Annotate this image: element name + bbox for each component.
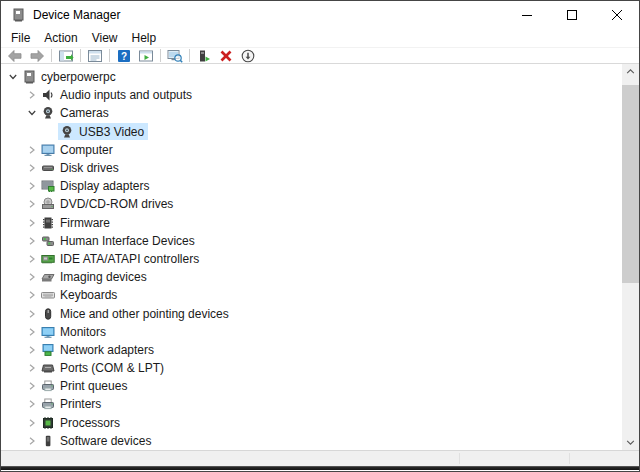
menu-view[interactable]: View: [85, 29, 125, 47]
tree-item-label: IDE ATA/ATAPI controllers: [60, 252, 199, 266]
chevron-right-icon[interactable]: [25, 343, 39, 357]
tree-item-imaging-devices[interactable]: Imaging devices: [1, 268, 622, 286]
tree-item-content[interactable]: Ports (COM & LPT): [39, 360, 168, 377]
tree-item-network-adapters[interactable]: Network adapters: [1, 341, 622, 359]
tree-item-mice-and-other-pointing-devices[interactable]: Mice and other pointing devices: [1, 304, 622, 322]
display-adapter-icon: [40, 178, 56, 194]
tree-item-content[interactable]: Mice and other pointing devices: [39, 305, 233, 322]
scrollbar-thumb[interactable]: [622, 85, 639, 283]
chevron-right-icon[interactable]: [25, 397, 39, 411]
maximize-button[interactable]: [549, 1, 594, 29]
tree-item-content[interactable]: Human Interface Devices: [39, 232, 199, 249]
tree-item-content[interactable]: Printers: [39, 396, 105, 413]
tree-item-cameras[interactable]: Cameras: [1, 104, 622, 122]
tree-item-content[interactable]: DVD/CD-ROM drives: [39, 196, 177, 213]
chevron-right-icon[interactable]: [25, 197, 39, 211]
console-window-button[interactable]: [135, 48, 157, 64]
webcam-icon: [40, 105, 56, 121]
tree-item-usb3-video[interactable]: USB3 Video: [1, 123, 622, 141]
tree-item-processors[interactable]: Processors: [1, 414, 622, 432]
tree-item-audio-inputs-and-outputs[interactable]: Audio inputs and outputs: [1, 86, 622, 104]
scroll-down-button[interactable]: [622, 435, 639, 450]
tree-item-disk-drives[interactable]: Disk drives: [1, 159, 622, 177]
vertical-scrollbar[interactable]: [622, 64, 639, 450]
title-bar: Device Manager: [1, 1, 639, 29]
tree-item-keyboards[interactable]: Keyboards: [1, 286, 622, 304]
back-button[interactable]: [4, 48, 26, 64]
chevron-right-icon[interactable]: [25, 143, 39, 157]
tree-item-content[interactable]: Keyboards: [39, 287, 121, 304]
disable-icon: [240, 48, 256, 64]
tree-item-content[interactable]: Print queues: [39, 378, 131, 395]
uninstall-device-button[interactable]: [215, 48, 237, 64]
chevron-right-icon[interactable]: [25, 361, 39, 375]
tree-item-monitors[interactable]: Monitors: [1, 323, 622, 341]
chevron-down-icon[interactable]: [6, 70, 20, 84]
tree-item-dvd-cd-rom-drives[interactable]: DVD/CD-ROM drives: [1, 195, 622, 213]
chevron-right-icon[interactable]: [25, 325, 39, 339]
forward-button[interactable]: [26, 48, 48, 64]
chevron-right-icon[interactable]: [25, 307, 39, 321]
update-driver-button[interactable]: [193, 48, 215, 64]
disk-drive-icon: [40, 160, 56, 176]
tree-item-content[interactable]: Software devices: [39, 432, 155, 449]
tree-item-content[interactable]: Cameras: [39, 105, 113, 122]
show-console-tree-button[interactable]: [55, 48, 77, 64]
firmware-chip-icon: [40, 215, 56, 231]
status-bar-divider: [569, 453, 570, 464]
chevron-right-icon[interactable]: [25, 434, 39, 448]
chevron-right-icon[interactable]: [25, 216, 39, 230]
chevron-right-icon[interactable]: [25, 416, 39, 430]
tree-item-content[interactable]: Imaging devices: [39, 269, 151, 286]
minimize-button[interactable]: [504, 1, 549, 29]
tree-item-content[interactable]: cyberpowerpc: [20, 69, 120, 86]
close-button[interactable]: [594, 1, 639, 29]
imaging-device-icon: [40, 269, 56, 285]
chevron-right-icon[interactable]: [25, 179, 39, 193]
menu-file[interactable]: File: [4, 29, 37, 47]
tree-item-content[interactable]: Disk drives: [39, 160, 123, 177]
chevron-down-icon[interactable]: [25, 106, 39, 120]
tree-item-content[interactable]: Processors: [39, 414, 124, 431]
scroll-up-button[interactable]: [622, 64, 639, 79]
disable-device-button[interactable]: [237, 48, 259, 64]
menu-help[interactable]: Help: [125, 29, 164, 47]
window-title: Device Manager: [33, 8, 504, 22]
tree-item-content[interactable]: IDE ATA/ATAPI controllers: [39, 250, 203, 267]
chevron-right-icon[interactable]: [25, 270, 39, 284]
tree-item-content[interactable]: Audio inputs and outputs: [39, 87, 196, 104]
menu-action[interactable]: Action: [37, 29, 84, 47]
tree-item-content[interactable]: Network adapters: [39, 341, 158, 358]
monitor2-icon: [40, 324, 56, 340]
chevron-right-icon[interactable]: [25, 379, 39, 393]
expander-placeholder: [44, 125, 58, 139]
tree-item-content[interactable]: Monitors: [39, 323, 110, 340]
tree-item-software-devices[interactable]: Software devices: [1, 432, 622, 450]
scan-hardware-changes-button[interactable]: [164, 48, 186, 64]
tree-item-ports-com-lpt[interactable]: Ports (COM & LPT): [1, 359, 622, 377]
console-window-icon: [138, 48, 154, 64]
properties-button[interactable]: [84, 48, 106, 64]
tree-item-content[interactable]: Firmware: [39, 214, 114, 231]
chevron-right-icon[interactable]: [25, 161, 39, 175]
tree-item-human-interface-devices[interactable]: Human Interface Devices: [1, 232, 622, 250]
tree-item-cyberpowerpc[interactable]: cyberpowerpc: [1, 68, 622, 86]
printer-icon: [40, 396, 56, 412]
tree-item-print-queues[interactable]: Print queues: [1, 377, 622, 395]
tree-item-printers[interactable]: Printers: [1, 395, 622, 413]
tree-item-display-adapters[interactable]: Display adapters: [1, 177, 622, 195]
chevron-right-icon[interactable]: [25, 234, 39, 248]
tree-item-content[interactable]: Display adapters: [39, 178, 153, 195]
tree-item-ide-ata-atapi-controllers[interactable]: IDE ATA/ATAPI controllers: [1, 250, 622, 268]
chevron-right-icon[interactable]: [25, 252, 39, 266]
tree-item-firmware[interactable]: Firmware: [1, 214, 622, 232]
tree-item-computer[interactable]: Computer: [1, 141, 622, 159]
window-bottom-edge: [1, 466, 639, 470]
tree-item-content[interactable]: USB3 Video: [58, 123, 148, 140]
chevron-right-icon[interactable]: [25, 288, 39, 302]
chevron-right-icon[interactable]: [25, 88, 39, 102]
cpu-icon: [40, 415, 56, 431]
help-button[interactable]: ?: [113, 48, 135, 64]
tree-item-content[interactable]: Computer: [39, 141, 117, 158]
network-adapter-icon: [40, 342, 56, 358]
